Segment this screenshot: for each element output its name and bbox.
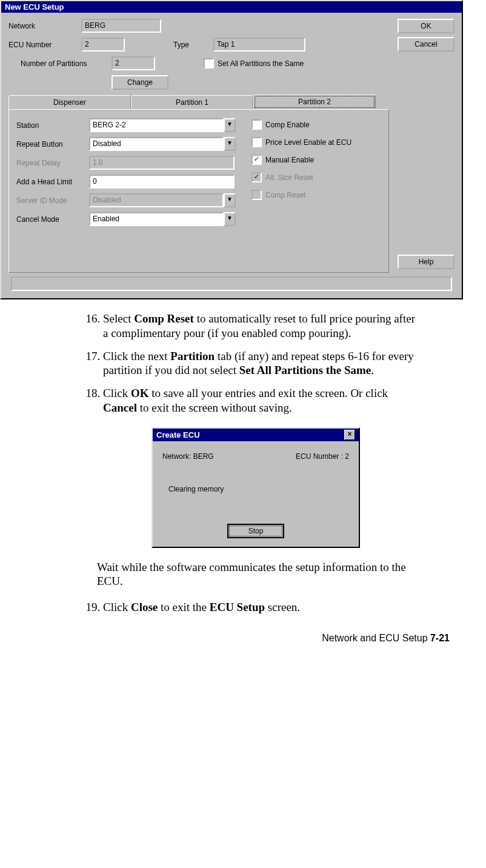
repeat-button-label: Repeat Button [16,140,89,149]
manual-enable-label: Manual Enable [265,156,314,164]
ok-button[interactable]: OK [398,19,454,33]
cancel-mode-dropdown[interactable]: Enabled [89,212,224,226]
dialog2-status: Clearing memory [168,485,349,493]
change-button[interactable]: Change [112,75,168,90]
network-field: BERG [81,19,161,33]
chevron-down-icon[interactable]: ▼ [224,212,236,226]
type-field: Tap 1 [213,38,305,52]
dialog-title: New ECU Setup [5,2,64,12]
dialog2-title: Create ECU [156,430,200,439]
comp-enable-checkbox[interactable] [251,119,262,130]
tab-partition-2[interactable]: Partition 2 [253,95,376,109]
page-footer: Network and ECU Setup 7-21 [0,633,462,644]
dialog2-ecu-number: ECU Number : 2 [296,452,349,461]
new-ecu-setup-dialog: New ECU Setup OK Cancel Network BERG ECU… [0,0,463,299]
close-icon[interactable]: × [344,430,355,440]
server-id-dropdown: Disabled [89,193,224,207]
repeat-delay-label: Repeat Delay [16,159,89,167]
chevron-down-icon[interactable]: ▼ [224,137,236,151]
cancel-button[interactable]: Cancel [398,37,454,52]
wait-text: Wait while the software communicates the… [97,560,419,589]
network-label: Network [8,22,81,30]
tab-partition-1[interactable]: Partition 1 [131,95,253,110]
type-label: Type [173,41,189,49]
repeat-delay-field: 1.0 [89,156,235,170]
comp-reset-label: Comp Reset [265,191,306,199]
step-18: Click OK to save all your entries and ex… [103,386,419,415]
price-level-label: Price Level Enable at ECU [265,138,351,147]
help-button[interactable]: Help [398,255,454,269]
cancel-mode-label: Cancel Mode [16,215,89,224]
alt-size-reset-label: Alt. Size Reset [265,173,313,182]
ecu-number-label: ECU Number [8,41,81,49]
dialog-titlebar: New ECU Setup [1,1,462,13]
stop-button[interactable]: Stop [227,524,284,538]
head-limit-label: Add a Head Limit [16,178,89,186]
create-ecu-dialog: Create ECU × Network: BERG ECU Number : … [151,427,360,548]
step-17: Click the next Partition tab (if any) an… [103,349,419,378]
comp-enable-label: Comp Enable [265,121,310,129]
set-all-partitions-label: Set All Partitions the Same [218,59,304,68]
comp-reset-checkbox [251,190,262,200]
station-dropdown[interactable]: BERG 2-2 [89,118,224,132]
step-16: Select Comp Reset to automatically reset… [103,312,419,341]
tab-panel: Station BERG 2-2 ▼ Repeat Button Disable… [8,109,389,273]
num-partitions-label: Number of Partitions [21,59,112,68]
station-label: Station [16,121,89,130]
instruction-steps: Select Comp Reset to automatically reset… [79,312,419,415]
chevron-down-icon: ▼ [224,193,236,207]
tab-dispenser[interactable]: Dispenser [8,95,131,110]
set-all-partitions-checkbox[interactable] [204,58,214,68]
price-level-checkbox[interactable] [251,137,262,147]
manual-enable-checkbox[interactable]: ✓ [251,155,262,165]
server-id-label: Server ID Mode [16,196,89,205]
num-partitions-field: 2 [112,56,155,70]
repeat-button-dropdown[interactable]: Disabled [89,137,224,151]
dialog2-network: Network: BERG [162,452,214,461]
ecu-number-field: 2 [81,38,125,52]
instruction-steps-2: Click Close to exit the ECU Setup screen… [79,600,419,615]
chevron-down-icon[interactable]: ▼ [224,118,236,132]
alt-size-reset-checkbox: ✓ [251,172,262,182]
dialog2-titlebar: Create ECU × [153,429,359,441]
head-limit-field[interactable]: 0 [89,175,235,189]
status-bar [11,276,452,291]
step-19: Click Close to exit the ECU Setup screen… [103,600,419,615]
